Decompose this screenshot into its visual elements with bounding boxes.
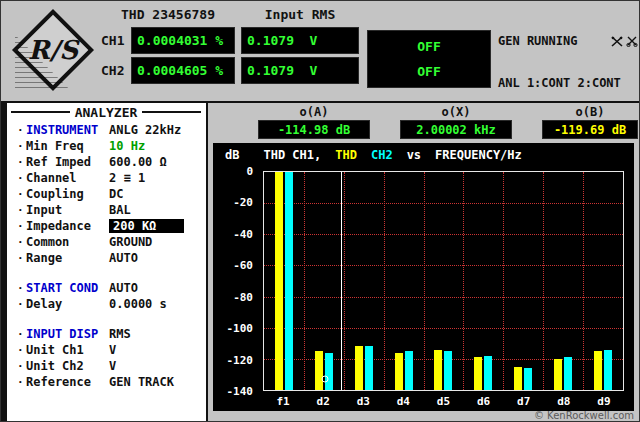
bar-thd-ch1 [474, 357, 482, 390]
x-tick-label: d7 [504, 395, 544, 408]
analyzer-menu-item[interactable]: ·Unit Ch1V [17, 342, 206, 358]
menu-item-value: GEN TRACK [109, 375, 174, 389]
menu-item-value: RMS [109, 327, 131, 341]
input-rms-title: Input RMS [241, 7, 359, 27]
bar-thd-ch1 [395, 353, 403, 390]
bar-thd-ch1 [554, 359, 562, 390]
cursor-readout: o(B)-119.69 dB [542, 105, 638, 139]
cursor-readout: o(A)-114.98 dB [258, 105, 370, 139]
y-tick-label: 0 [246, 165, 253, 178]
menu-item-value: V [109, 343, 116, 357]
gen-status: GEN RUNNING [498, 34, 577, 48]
analyzer-menu-item[interactable]: ·InputBAL [17, 202, 206, 218]
menu-item-label: Input [26, 203, 109, 217]
thd-title: THD 23456789 [101, 7, 235, 27]
analyzer-menu-item[interactable]: ·INSTRUMENTANLG 22kHz [17, 122, 206, 138]
menu-item-label: INSTRUMENT [26, 123, 109, 137]
cursor-readout: o(X)2.00002 kHz [400, 105, 512, 139]
rms-ch1-row: 0.1079 V [241, 27, 359, 54]
menu-item-bullet: · [17, 204, 26, 217]
menu-item-value: V [109, 359, 116, 373]
cursor-readout-value: -119.69 dB [542, 120, 638, 139]
bar-group-d8 [543, 172, 583, 390]
y-tick-label: -40 [233, 227, 253, 240]
analyzer-panel: ANALYZER ·INSTRUMENTANLG 22kHz·Min Freq1… [1, 101, 208, 421]
bar-group-d7 [503, 172, 543, 390]
instrument-screen: R∕S THD 23456789 CH1 0.0004031 % CH2 0.0… [0, 0, 640, 422]
rms-ch2-display: 0.1079 V [241, 57, 359, 84]
bar-group-d2 [304, 172, 344, 390]
crossed-tools-icon [611, 36, 623, 47]
x-tick-label: d6 [464, 395, 504, 408]
legend-part: THD [335, 148, 357, 162]
menu-item-bullet: · [17, 124, 26, 137]
legend-part: CH2 [371, 148, 393, 162]
analyzer-menu-item[interactable]: ·Channel2 ≡ 1 [17, 170, 206, 186]
y-axis-unit-label: dB [225, 148, 239, 162]
legend-part: THD CH1, [263, 148, 321, 162]
chart-header: dB THD CH1,THDCH2vsFREQUENCY/Hz [225, 148, 626, 162]
y-tick-label: -20 [233, 196, 253, 209]
bar-thd-ch2 [405, 351, 413, 390]
logo-text: R∕S [9, 6, 97, 94]
menu-spacer [17, 312, 206, 326]
bar-group-d5 [424, 172, 464, 390]
bar-group-d9 [583, 172, 623, 390]
plot-wrap: 0-20-40-60-80-100-120-140 f1d2d3d4d5d6d7… [263, 171, 624, 391]
brand-logo: R∕S [9, 6, 97, 94]
menu-item-value: 0.0000 s [109, 297, 167, 311]
menu-item-value: AUTO [109, 281, 138, 295]
off-ch1-value: OFF [417, 39, 440, 54]
analyzer-menu-item[interactable]: ·CommonGROUND [17, 234, 206, 250]
y-tick-label: -140 [227, 385, 254, 398]
menu-item-value: 200 KΩ [109, 219, 184, 233]
analyzer-menu-item[interactable]: ·START CONDAUTO [17, 280, 206, 296]
rms-ch1-display: 0.1079 V [241, 27, 359, 54]
bar-thd-ch2 [325, 353, 333, 390]
cursor-readout-label: o(A) [258, 105, 370, 120]
x-tick-label: d5 [423, 395, 463, 408]
analyzer-menu-item[interactable]: ·CouplingDC [17, 186, 206, 202]
menu-item-label: Unit Ch1 [26, 343, 109, 357]
analyzer-menu-item[interactable]: ·INPUT DISPRMS [17, 326, 206, 342]
analyzer-menu-item[interactable]: ·RangeAUTO [17, 250, 206, 266]
menu-item-bullet: · [17, 344, 26, 357]
status-icons [611, 36, 638, 47]
bar-thd-ch2 [444, 351, 452, 390]
menu-item-bullet: · [17, 236, 26, 249]
menu-item-bullet: · [17, 140, 26, 153]
cursor-readouts: o(A)-114.98 dBo(X)2.00002 kHzo(B)-119.69… [208, 103, 639, 139]
thd-ch2-row: CH2 0.0004605 % [101, 57, 235, 84]
analyzer-menu-item[interactable]: ·Min Freq10 Hz [17, 138, 206, 154]
analyzer-menu-item[interactable]: ·ReferenceGEN TRACK [17, 374, 206, 390]
analyzer-menu-item[interactable]: ·Ref Imped600.00 Ω [17, 154, 206, 170]
bar-thd-ch2 [604, 350, 612, 390]
input-rms-group: Input RMS 0.1079 V 0.1079 V [241, 7, 359, 87]
bar-thd-ch1 [355, 346, 363, 390]
cursor-readout-value: 2.00002 kHz [400, 120, 512, 139]
off-ch2-value: OFF [417, 64, 440, 79]
menu-item-bullet: · [17, 188, 26, 201]
bar-thd-ch2 [524, 368, 532, 390]
thd-readout-group: THD 23456789 CH1 0.0004031 % CH2 0.00046… [101, 7, 235, 87]
menu-item-label: Reference [26, 375, 109, 389]
menu-item-bullet: · [17, 172, 26, 185]
thd-ch1-row: CH1 0.0004031 % [101, 27, 235, 54]
bar-thd-ch2 [484, 356, 492, 390]
analyzer-menu-item[interactable]: ·Delay0.0000 s [17, 296, 206, 312]
analyzer-rows: ·INSTRUMENTANLG 22kHz·Min Freq10 Hz·Ref … [7, 121, 206, 390]
x-axis-labels: f1d2d3d4d5d6d7d8d9 [263, 395, 624, 408]
off-display: OFF OFF [367, 30, 491, 88]
y-axis-labels: 0-20-40-60-80-100-120-140 [215, 171, 257, 391]
menu-item-label: Unit Ch2 [26, 359, 109, 373]
menu-item-bullet: · [17, 376, 26, 389]
chart: dB THD CH1,THDCH2vsFREQUENCY/Hz 0-20-40-… [213, 143, 634, 411]
legend-part: vs [407, 148, 421, 162]
menu-item-bullet: · [17, 328, 26, 341]
x-tick-label: d3 [343, 395, 383, 408]
bar-group-d6 [463, 172, 503, 390]
y-tick-label: -60 [233, 259, 253, 272]
analyzer-menu-item[interactable]: ·Unit Ch2V [17, 358, 206, 374]
analyzer-menu-item[interactable]: ·Impedance200 KΩ [17, 218, 206, 234]
scissors-icon [626, 36, 638, 47]
